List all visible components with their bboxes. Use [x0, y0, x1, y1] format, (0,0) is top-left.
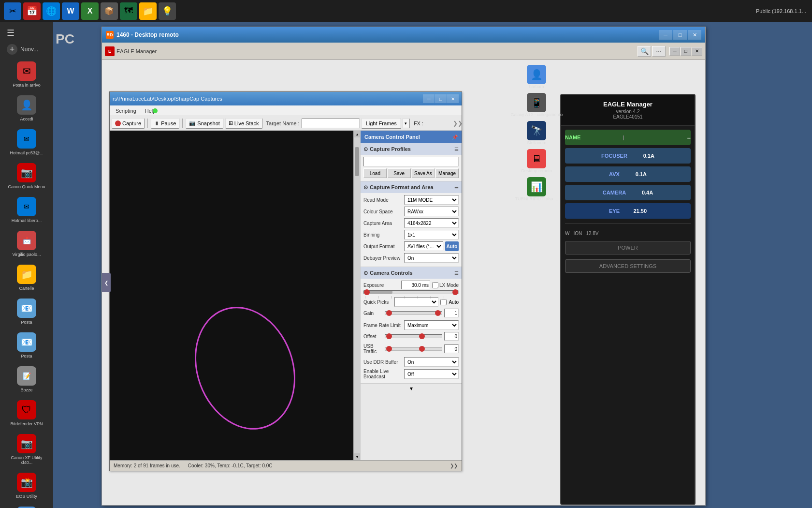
- panel-expand-btn[interactable]: ❯❯: [453, 120, 460, 127]
- binning-select[interactable]: 1x1: [404, 230, 459, 239]
- sidebar-item-posta3[interactable]: 📧 Posta: [5, 329, 48, 361]
- quick-picks-select[interactable]: [394, 297, 438, 307]
- scroll-up-arrow[interactable]: ▴: [354, 131, 360, 137]
- read-mode-select[interactable]: 11M MODE: [404, 195, 459, 205]
- barbara-icon-item[interactable]: 👤 barbara: [527, 65, 546, 89]
- output-auto-button[interactable]: Auto: [445, 241, 459, 251]
- sharpcap-minimize-button[interactable]: ─: [423, 94, 435, 103]
- profile-name-input[interactable]: [363, 157, 459, 166]
- offset-value-input[interactable]: [444, 332, 459, 341]
- taskbar-icon-calendar[interactable]: 📅: [23, 2, 41, 20]
- usb-thumb-left[interactable]: [386, 346, 392, 352]
- turni-icon-item[interactable]: 📊 TURNI RIFIUTI xlsx ...: [515, 177, 558, 201]
- save-button[interactable]: Save: [388, 168, 411, 178]
- image-scrollbar-v[interactable]: ▴ ▾: [353, 131, 360, 460]
- capture-button[interactable]: Capture: [112, 118, 145, 129]
- pause-button[interactable]: ⏸ Pause: [151, 118, 179, 129]
- exposure-value-input[interactable]: [401, 281, 430, 289]
- sidebar-item-bozze[interactable]: 📝 Bozze: [5, 363, 48, 395]
- exposure-thumb-left[interactable]: [364, 289, 370, 295]
- camera-controls-header[interactable]: ⊙ Camera Controls ☰: [361, 267, 462, 279]
- sidebar-item-canonxf[interactable]: 📷 Canon XF Utility xf40...: [5, 431, 48, 468]
- stellarium-icon-item[interactable]: 🔭 Stellarium: [527, 121, 546, 145]
- desktop-remote-icon-item[interactable]: 🖥 Desktop remoto: [521, 149, 552, 173]
- scroll-thumb[interactable]: [355, 147, 359, 176]
- sidebar-item-accedi[interactable]: 👤 Accedi: [5, 92, 48, 124]
- eagle-avx-button[interactable]: AVX 0.1A: [565, 166, 691, 182]
- frame-type-dropdown[interactable]: ▾: [402, 119, 410, 128]
- taskbar-icon-edge[interactable]: 🌐: [43, 2, 60, 20]
- status-expand-button[interactable]: ❯❯: [450, 463, 458, 468]
- capture-format-header[interactable]: ⊙ Capture Format and Area ☰: [361, 181, 462, 193]
- taskbar-icon-app6[interactable]: 📦: [101, 2, 118, 20]
- live-broadcast-select[interactable]: Off: [404, 369, 459, 379]
- usb-thumb-right[interactable]: [419, 346, 425, 352]
- zoom-button[interactable]: 🔍: [638, 46, 651, 57]
- taskbar-icon-capture[interactable]: ✂: [4, 2, 21, 20]
- ddr-buffer-select[interactable]: On: [404, 357, 459, 367]
- eagle-focuser-button[interactable]: FOCUSER 0.1A: [565, 148, 691, 164]
- exposure-slider-track[interactable]: | | | | | | | |: [363, 290, 459, 294]
- sharpcap-close-button[interactable]: ✕: [447, 94, 459, 103]
- menu-dots-button[interactable]: ···: [652, 46, 666, 57]
- eagle-camera-button[interactable]: CAMERA 0.4A: [565, 185, 691, 200]
- inner-maximize-button[interactable]: □: [681, 47, 691, 56]
- save-as-button[interactable]: Save As: [412, 168, 435, 178]
- sidebar-item-eos[interactable]: 📸 EOS Utility: [5, 470, 48, 502]
- taskbar-icon-maps[interactable]: 🗺: [120, 2, 137, 20]
- panel-pin-icon[interactable]: 📌: [452, 134, 458, 140]
- sidebar-item-canon-quick[interactable]: 📷 Canon Quick Menu: [5, 160, 48, 192]
- manage-button[interactable]: Manage: [435, 168, 459, 178]
- snapshot-button[interactable]: 📷 Snapshot: [186, 118, 223, 129]
- taskbar-icon-excel[interactable]: X: [81, 2, 99, 20]
- live-stack-button[interactable]: ⊞ Live Stack: [225, 118, 262, 129]
- sidebar-item-viewnx[interactable]: 🖼 ViewNX 2: [5, 504, 48, 508]
- hamburger-menu[interactable]: ☰: [5, 26, 48, 40]
- sharpcap-maximize-button[interactable]: □: [435, 94, 447, 103]
- remote-minimize-button[interactable]: ─: [659, 30, 672, 40]
- eagle-name-button[interactable]: NAME | --: [565, 130, 691, 145]
- usb-slider-track[interactable]: [385, 347, 442, 351]
- collapse-left-button[interactable]: ❮: [102, 273, 111, 292]
- offset-slider-track[interactable]: [385, 334, 442, 338]
- colour-space-select[interactable]: RAWxx: [404, 207, 459, 216]
- gain-slider-track[interactable]: [385, 311, 442, 315]
- taskbar-icon-app9[interactable]: 💡: [159, 2, 176, 20]
- section-menu-icon[interactable]: ☰: [454, 147, 459, 152]
- eagle-advanced-button[interactable]: ADVANCED SETTINGS: [565, 259, 691, 273]
- menu-scripting[interactable]: Scripting: [112, 107, 140, 115]
- gain-thumb-right[interactable]: [435, 310, 441, 316]
- usb-value-input[interactable]: [444, 344, 459, 353]
- scroll-down-arrow[interactable]: ▾: [354, 453, 360, 460]
- lx-mode-checkbox[interactable]: [432, 282, 438, 288]
- capture-area-select[interactable]: 4164x2822: [404, 218, 459, 228]
- offset-thumb-left[interactable]: [386, 333, 392, 339]
- gain-thumb-left[interactable]: [386, 310, 392, 316]
- sidebar-item-posta[interactable]: ✉ Posta in arrivo: [5, 59, 48, 90]
- frame-rate-select[interactable]: Maximum: [404, 320, 459, 330]
- sidebar-item-bitdefender[interactable]: 🛡 Bitdefender VPN: [5, 397, 48, 429]
- target-name-input[interactable]: [302, 119, 360, 128]
- load-button[interactable]: Load: [363, 168, 387, 178]
- inner-close-button[interactable]: ✕: [692, 47, 702, 56]
- gain-value-input[interactable]: [444, 309, 459, 317]
- eagle-power-button[interactable]: POWER: [565, 241, 691, 254]
- sidebar-item-posta2[interactable]: 📧 Posta: [5, 296, 48, 328]
- remote-close-button[interactable]: ✕: [688, 30, 701, 40]
- output-format-select[interactable]: AVI files (*...: [404, 241, 443, 251]
- new-button[interactable]: + Nuov...: [5, 42, 48, 57]
- taskbar-icon-files[interactable]: 📁: [139, 2, 157, 20]
- quick-picks-auto-checkbox[interactable]: [440, 299, 447, 305]
- sidebar-item-virgilio[interactable]: 📩 Virgilio paolo...: [5, 228, 48, 260]
- panel-scroll-down[interactable]: ▾: [361, 384, 462, 393]
- sidebar-item-cartelle[interactable]: 📁 Cartelle: [5, 262, 48, 294]
- debayer-select[interactable]: On: [404, 253, 459, 263]
- frame-type-button[interactable]: Light Frames: [362, 118, 401, 129]
- sidebar-item-hotmail2[interactable]: ✉ Hotmail libero...: [5, 194, 48, 226]
- capture-profiles-header[interactable]: ⊙ Capture Profiles ☰: [361, 143, 462, 155]
- section3-menu-icon[interactable]: ☰: [454, 270, 459, 276]
- sidebar-item-hotmail[interactable]: ✉ Hotmail pc53@...: [5, 126, 48, 158]
- galaxy-icon-item[interactable]: 📱 Galaxy A12 - collegamento: [510, 93, 563, 117]
- offset-thumb-right[interactable]: [419, 333, 425, 339]
- eagle-eye-button[interactable]: EYE 21.50: [565, 203, 691, 219]
